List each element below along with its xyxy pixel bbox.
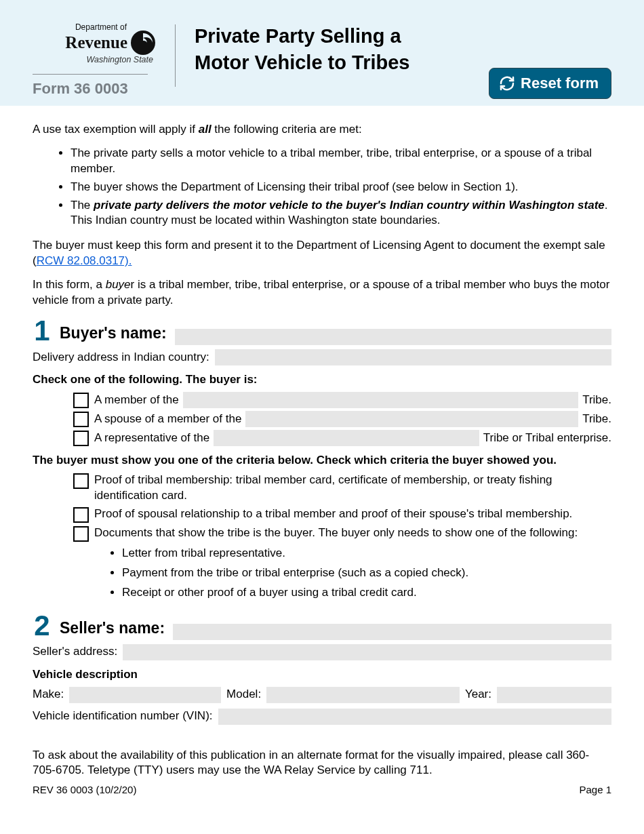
buyer-def-pre: In this form, a <box>33 278 106 291</box>
logo-column: Department of Revenue Washington State F… <box>33 19 168 99</box>
bullet-3-pre: The <box>71 199 94 212</box>
footer-rev: REV 36 0003 (10/2/20) <box>33 783 136 797</box>
criteria-tribe-buyer-text: Documents that show the tribe is the buy… <box>94 525 611 541</box>
make-field[interactable] <box>69 687 221 703</box>
intro-lead-bold: all <box>199 123 212 136</box>
criteria-bullet-list: The private party sells a motor vehicle … <box>33 146 611 229</box>
buyer-type-spouse-checkbox[interactable] <box>73 412 89 427</box>
reset-form-button[interactable]: Reset form <box>489 68 611 99</box>
bullet-3-bold: private party delivers the motor vehicle… <box>94 199 605 212</box>
accessibility-note: To ask about the availability of this pu… <box>33 748 611 778</box>
section-1-number: 1 <box>33 317 52 345</box>
buyer-type-spouse-tribe-field[interactable] <box>245 411 578 427</box>
header-divider <box>175 24 176 87</box>
keep-form-paragraph: The buyer must keep this form and presen… <box>33 238 611 269</box>
form-number: Form 36 0003 <box>33 74 148 99</box>
criteria-spousal-row: Proof of spousal relationship to a triba… <box>73 507 611 523</box>
buyer-type-member-label: A member of the <box>94 393 179 408</box>
criteria-heading: The buyer must show you one of the crite… <box>33 453 611 469</box>
seller-address-line: Seller's address: <box>33 644 611 660</box>
criteria-membership-checkbox[interactable] <box>73 473 89 489</box>
seller-address-label: Seller's address: <box>33 644 117 660</box>
buyer-type-rep-row: A representative of the Tribe or Tribal … <box>73 430 611 446</box>
criteria-spousal-checkbox[interactable] <box>73 507 89 523</box>
agency-logo-block: Department of Revenue Washington State <box>33 22 168 66</box>
header-band: Department of Revenue Washington State F… <box>0 0 644 106</box>
criteria-membership-text: Proof of tribal membership: tribal membe… <box>94 473 611 504</box>
buyer-type-member-tail: Tribe. <box>582 393 611 408</box>
section-1-label: Buyer's name: <box>60 323 167 345</box>
buyer-def-italic: buye <box>106 278 131 291</box>
reset-label: Reset form <box>521 75 599 92</box>
buyer-type-spouse-tail: Tribe. <box>582 412 611 427</box>
footer-bar: REV 36 0003 (10/2/20) Page 1 <box>0 782 644 806</box>
buyer-type-spouse-label: A spouse of a member of the <box>94 412 241 427</box>
sub-receipt: Receipt or other proof of a buyer using … <box>122 585 611 601</box>
sellers-name-field[interactable] <box>173 624 611 640</box>
content: A use tax exemption will apply if all th… <box>0 106 644 736</box>
check-one-heading: Check one of the following. The buyer is… <box>33 372 611 388</box>
delivery-address-label: Delivery address in Indian country: <box>33 350 209 365</box>
wa-state-text: Washington State <box>33 54 156 66</box>
delivery-address-field[interactable] <box>215 349 611 365</box>
title-line-1: Private Party Selling a <box>195 25 401 47</box>
buyer-type-member-checkbox[interactable] <box>73 393 89 408</box>
bullet-2: The buyer shows the Department of Licens… <box>71 180 611 195</box>
vehicle-description-heading: Vehicle description <box>33 667 611 683</box>
intro-lead-tail: the following criteria are met: <box>212 123 362 136</box>
buyer-type-rep-checkbox[interactable] <box>73 431 89 446</box>
tribe-docs-sublist: Letter from tribal representative. Payme… <box>33 546 611 601</box>
buyer-type-rep-tail: Tribe or Tribal enterprise. <box>483 431 611 446</box>
swirl-icon <box>130 30 156 56</box>
section-1-header: 1 Buyer's name: <box>33 317 611 345</box>
rcw-link[interactable]: RCW 82.08.0317). <box>37 254 132 267</box>
vin-row: Vehicle identification number (VIN): <box>33 709 611 725</box>
criteria-spousal-text: Proof of spousal relationship to a triba… <box>94 507 611 522</box>
year-label: Year: <box>465 687 491 702</box>
criteria-membership-row: Proof of tribal membership: tribal membe… <box>73 473 611 504</box>
make-label: Make: <box>33 687 64 702</box>
sub-payment: Payment from the tribe or tribal enterpr… <box>122 565 611 581</box>
section-2-label: Seller's name: <box>60 618 165 640</box>
seller-address-field[interactable] <box>123 644 611 660</box>
sub-letter: Letter from tribal representative. <box>122 546 611 561</box>
intro-lead: A use tax exemption will apply if all th… <box>33 122 611 138</box>
refresh-icon <box>499 75 515 92</box>
year-field[interactable] <box>497 687 611 703</box>
section-2-number: 2 <box>33 612 52 640</box>
criteria-tribe-buyer-checkbox[interactable] <box>73 526 89 542</box>
buyer-type-member-row: A member of the Tribe. <box>73 392 611 408</box>
criteria-tribe-buyer-row: Documents that show the tribe is the buy… <box>73 525 611 542</box>
model-label: Model: <box>226 687 261 702</box>
revenue-row: Revenue <box>33 30 156 56</box>
bullet-3: The private party delivers the motor veh… <box>71 198 611 229</box>
buyer-type-spouse-row: A spouse of a member of the Tribe. <box>73 411 611 427</box>
vin-field[interactable] <box>218 709 611 725</box>
delivery-address-line: Delivery address in Indian country: <box>33 349 611 365</box>
bullet-1: The private party sells a motor vehicle … <box>71 146 611 177</box>
revenue-word: Revenue <box>65 31 127 54</box>
footer-page: Page 1 <box>579 783 611 797</box>
buyer-type-rep-label: A representative of the <box>94 431 209 446</box>
vin-label: Vehicle identification number (VIN): <box>33 709 213 724</box>
title-line-2: Motor Vehicle to Tribes <box>195 52 409 73</box>
buyer-type-rep-tribe-field[interactable] <box>214 430 479 446</box>
vehicle-make-model-year-row: Make: Model: Year: <box>33 687 611 703</box>
section-2-header: 2 Seller's name: <box>33 612 611 640</box>
buyer-definition: In this form, a buyer is a tribal member… <box>33 277 611 309</box>
intro-lead-pre: A use tax exemption will apply if <box>33 123 199 136</box>
buyer-type-member-tribe-field[interactable] <box>183 392 578 408</box>
model-field[interactable] <box>266 687 460 703</box>
buyers-name-field[interactable] <box>175 329 611 345</box>
